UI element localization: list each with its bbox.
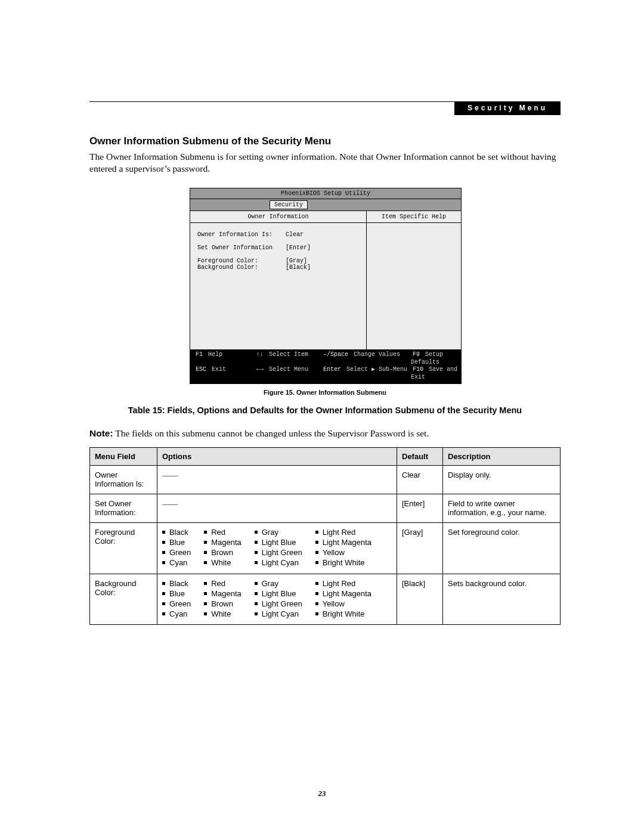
color-options: BlackBlueGreenCyanRedMagentaBrownWhiteGr… [162,579,392,620]
cell-description: Set foreground color. [443,523,561,574]
cell-description: Sets background color. [443,574,561,625]
color-column: GrayLight BlueLight GreenLight Cyan [255,579,302,620]
color-option: Light Red [315,579,371,589]
color-option: White [204,558,242,568]
cell-options: —— [157,466,397,494]
th-options: Options [157,448,397,466]
color-option: Light Magenta [315,589,371,599]
key-f10: F10 [411,366,425,373]
note-text: The fields on this submenu cannot be cha… [113,428,429,438]
color-option: Bright White [315,558,371,568]
cell-default: [Gray] [397,523,443,574]
color-column: RedMagentaBrownWhite [204,528,242,568]
table-caption: Table 15: Fields, Options and Defaults f… [89,405,561,415]
color-option: Magenta [204,589,242,599]
bios-row-label: Owner Information Is: [197,231,282,238]
bios-footer-row: ESC Exit ←→ Select Menu Enter Select ▶ S… [190,366,461,381]
color-column: GrayLight BlueLight GreenLight Cyan [255,528,302,568]
bios-panel: PhoenixBIOS Setup Utility Security Owner… [190,188,462,384]
cell-description: Display only. [443,466,561,494]
color-column: BlackBlueGreenCyan [162,579,191,620]
key-space-label: Change Values [354,351,400,358]
bios-row-value: [Gray] [286,258,307,264]
color-column: Light RedLight MagentaYellowBright White [315,579,371,620]
bios-screenshot: PhoenixBIOS Setup Utility Security Owner… [190,188,460,384]
cell-options: BlackBlueGreenCyanRedMagentaBrownWhiteGr… [157,574,397,625]
table-row: Owner Information Is:——ClearDisplay only… [90,466,561,494]
color-option: Brown [204,548,242,558]
bios-fields: Owner Information Is: Clear Set Owner In… [190,223,366,279]
cell-description: Field to write owner information, e.g., … [443,494,561,523]
bios-row: Background Color: [Black] [197,264,359,271]
color-option: Light Green [255,599,302,609]
page-number: 23 [0,789,644,798]
th-description: Description [443,448,561,466]
color-option: Light Cyan [255,558,302,568]
color-option: Light Magenta [315,538,371,548]
bios-footer-row: F1 Help ↑↓ Select Item -/Space Change Va… [190,351,461,366]
key-enter: Enter [321,366,343,373]
color-option: Gray [255,579,302,589]
key-space: -/Space [321,351,350,358]
color-option: Light Red [315,528,371,538]
color-option: Light Cyan [255,609,302,620]
color-option: Green [162,599,191,609]
bios-body: Owner Information Owner Information Is: … [190,211,461,349]
color-column: RedMagentaBrownWhite [204,579,242,620]
header-rule: Security Menu [89,101,561,102]
header-tag: Security Menu [454,101,561,115]
color-option: Red [204,579,242,589]
table-row: Foreground Color:BlackBlueGreenCyanRedMa… [90,523,561,574]
table-row: Background Color:BlackBlueGreenCyanRedMa… [90,574,561,625]
bios-title: PhoenixBIOS Setup Utility [190,188,461,199]
cell-default: [Enter] [397,494,443,523]
page: Security Menu Owner Information Submenu … [0,0,644,833]
bios-row-label: Foreground Color: [197,258,282,264]
color-option: Black [162,579,191,589]
bios-left-header: Owner Information [190,211,366,223]
section-heading: Owner Information Submenu of the Securit… [89,135,561,147]
color-options: BlackBlueGreenCyanRedMagentaBrownWhiteGr… [162,528,392,568]
th-default: Default [397,448,443,466]
key-updown-label: Select Item [269,351,308,358]
key-esc-label: Exit [212,366,226,373]
key-f1-label: Help [208,351,222,358]
color-option: Green [162,548,191,558]
bios-row-value: Clear [286,231,304,238]
key-esc: ESC [194,366,208,373]
bios-row-label: Set Owner Information [197,244,282,251]
cell-menu-field: Background Color: [90,574,157,625]
bios-tabs: Security [190,199,461,211]
options-dash: —— [162,499,178,508]
cell-menu-field: Owner Information Is: [90,466,157,494]
cell-options: BlackBlueGreenCyanRedMagentaBrownWhiteGr… [157,523,397,574]
cell-default: [Black] [397,574,443,625]
bios-right-panel: Item Specific Help [367,211,461,349]
color-option: Black [162,528,191,538]
color-option: Cyan [162,609,191,620]
color-option: Light Blue [255,589,302,599]
bios-footer: F1 Help ↑↓ Select Item -/Space Change Va… [190,349,461,383]
figure-caption: Figure 15. Owner Information Submenu [89,389,561,396]
fields-table: Menu Field Options Default Description O… [89,447,561,625]
key-leftright: ←→ [255,366,265,373]
color-option: Bright White [315,609,371,620]
section-body: The Owner Information Submenu is for set… [89,151,561,175]
options-dash: —— [162,470,178,479]
table-header-row: Menu Field Options Default Description [90,448,561,466]
bios-right-header: Item Specific Help [367,211,461,223]
color-option: Light Blue [255,538,302,548]
color-option: Red [204,528,242,538]
color-option: Blue [162,589,191,599]
note-label: Note: [89,428,113,438]
bios-row-value: [Enter] [286,244,311,251]
bios-tab-security: Security [270,200,308,209]
cell-menu-field: Set Owner Information: [90,494,157,523]
bios-row: Owner Information Is: Clear [197,231,359,238]
color-option: White [204,609,242,620]
key-f9: F9 [411,351,422,358]
color-column: Light RedLight MagentaYellowBright White [315,528,371,568]
color-option: Light Green [255,548,302,558]
color-option: Yellow [315,548,371,558]
key-f1: F1 [194,351,205,358]
